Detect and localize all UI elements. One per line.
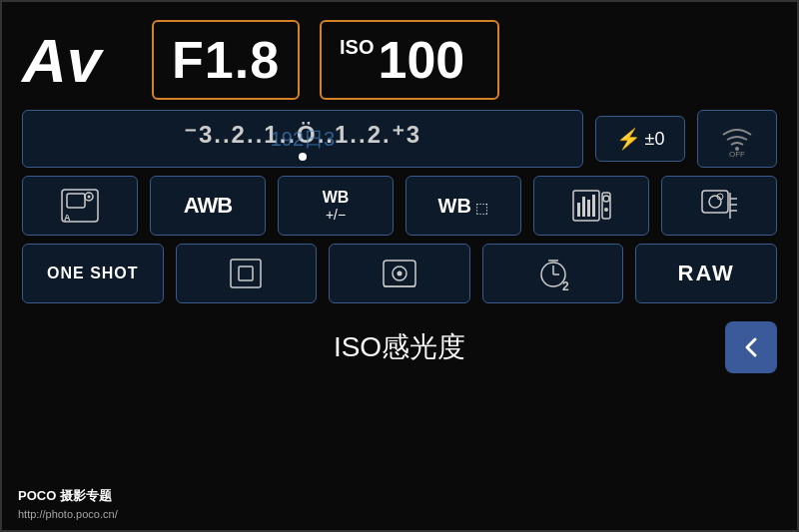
ev-row: ⁻3..2..1..Ö..1..2.⁺3 192日3 ⚡ ±0 OFF xyxy=(2,110,797,168)
ev-scale-box[interactable]: ⁻3..2..1..Ö..1..2.⁺3 192日3 xyxy=(22,110,583,168)
self-timer-cell[interactable]: 2 xyxy=(482,244,624,303)
custom-cell[interactable] xyxy=(661,176,777,236)
aperture-box[interactable]: F1.8 xyxy=(152,20,300,100)
back-btn-container xyxy=(525,321,777,373)
wifi-box[interactable]: OFF xyxy=(697,110,777,168)
svg-text:A: A xyxy=(64,213,71,223)
raw-label: RAW xyxy=(678,261,735,286)
svg-rect-9 xyxy=(582,197,585,217)
picture-style-cell[interactable] xyxy=(533,176,649,236)
iso-box[interactable]: ISO 100 xyxy=(320,20,499,100)
ev-indicator xyxy=(39,153,566,161)
raw-cell[interactable]: RAW xyxy=(635,244,777,303)
metering-icon: A xyxy=(59,187,101,225)
live-view-icon xyxy=(379,255,420,292)
icon-row-2: A AWB WB +/− WB ⬚ xyxy=(2,176,797,236)
svg-rect-3 xyxy=(67,194,85,208)
custom-icon xyxy=(698,187,740,225)
svg-text:2: 2 xyxy=(562,279,569,292)
flash-box[interactable]: ⚡ ±0 xyxy=(595,116,685,162)
svg-point-5 xyxy=(88,196,91,199)
self-timer-icon: 2 xyxy=(532,255,574,292)
svg-rect-15 xyxy=(702,191,728,213)
ev-scale: ⁻3..2..1..Ö..1..2.⁺3 xyxy=(39,121,566,149)
af-point-cell[interactable] xyxy=(176,244,318,303)
wb-bracket-cell[interactable]: WB ⬚ xyxy=(405,176,521,236)
ev-dot xyxy=(299,153,307,161)
flash-icon: ⚡ xyxy=(616,127,641,151)
svg-rect-7 xyxy=(573,191,599,221)
one-shot-label: ONE SHOT xyxy=(47,265,139,282)
branding: POCO 摄影专题 http://photo.poco.cn/ xyxy=(18,486,118,522)
icon-row-3: ONE SHOT 2 xyxy=(2,244,797,303)
wb-shift-cell[interactable]: WB +/− xyxy=(278,176,394,236)
svg-text:OFF: OFF xyxy=(729,150,745,157)
iso-label: ISO xyxy=(340,36,374,59)
svg-rect-11 xyxy=(592,195,595,217)
wb-auto-cell[interactable]: AWB xyxy=(150,176,266,236)
svg-point-16 xyxy=(709,196,721,208)
mode-display: Av xyxy=(22,25,122,96)
wb-auto-label: AWB xyxy=(184,193,232,219)
branding-title: POCO 摄影专题 xyxy=(18,486,118,506)
svg-point-14 xyxy=(604,208,608,212)
af-point-icon xyxy=(225,255,267,292)
picture-style-icon xyxy=(570,187,612,225)
camera-screen: Av F1.8 ISO 100 ⁻3..2..1..Ö..1..2.⁺3 192… xyxy=(0,0,799,532)
iso-value: 100 xyxy=(379,30,465,90)
wb-shift-content: WB +/− xyxy=(323,189,350,223)
svg-point-13 xyxy=(603,196,609,202)
branding-url: http://photo.poco.cn/ xyxy=(18,506,118,523)
one-shot-cell[interactable]: ONE SHOT xyxy=(22,244,164,303)
svg-point-26 xyxy=(397,271,401,276)
svg-rect-23 xyxy=(239,266,253,280)
top-row: Av F1.8 ISO 100 xyxy=(2,2,797,110)
wb-bracket-content: WB ⬚ xyxy=(438,195,489,218)
flash-value: ±0 xyxy=(645,129,665,150)
wifi-icon: OFF xyxy=(715,121,759,157)
back-icon xyxy=(737,333,765,361)
svg-rect-10 xyxy=(587,200,590,217)
back-button[interactable] xyxy=(725,321,777,373)
bottom-area: ISO感光度 xyxy=(2,311,797,381)
svg-rect-22 xyxy=(231,260,261,287)
svg-rect-8 xyxy=(577,203,580,217)
iso-sensitivity-label: ISO感光度 xyxy=(274,328,525,366)
metering-cell[interactable]: A xyxy=(22,176,138,236)
live-view-cell[interactable] xyxy=(329,244,470,303)
